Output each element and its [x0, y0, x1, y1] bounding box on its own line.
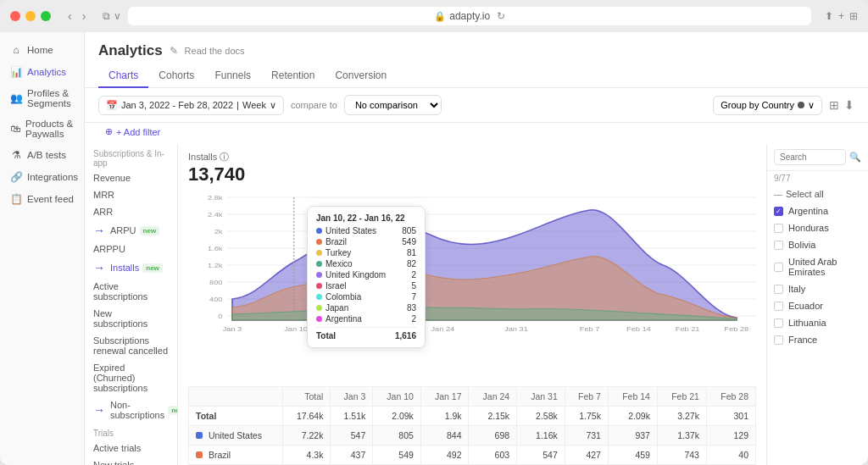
country-search-input[interactable]	[774, 149, 846, 165]
metric-revenue-label: Revenue	[93, 173, 131, 183]
products-icon: 🛍	[10, 123, 20, 135]
us-color-dot	[196, 432, 203, 439]
tooltip-country-uk: United Kingdom	[326, 270, 386, 280]
metric-arpu[interactable]: → ARPU new	[85, 220, 177, 241]
close-button[interactable]	[10, 11, 20, 21]
analytics-icon: 📊	[10, 66, 22, 78]
metric-arppu-label: ARPPU	[93, 244, 125, 254]
tab-funnels[interactable]: Funnels	[204, 64, 261, 88]
lock-icon: 🔒	[434, 11, 446, 22]
metric-non-subs[interactable]: → Non-subscriptions new	[85, 396, 177, 423]
country-item-ecuador[interactable]: Ecuador	[767, 297, 868, 314]
metric-active-subs-label: Active subscriptions	[93, 281, 169, 302]
table-cell-br-jan3: 437	[331, 446, 373, 465]
metric-mrr-label: MRR	[93, 190, 114, 200]
bolivia-checkbox[interactable]	[774, 241, 783, 250]
svg-text:1.2k: 1.2k	[208, 262, 223, 269]
browser-nav: ‹ ›	[64, 8, 89, 25]
lithuania-checkbox[interactable]	[774, 318, 783, 328]
country-item-france[interactable]: France	[767, 331, 868, 348]
toolbar: 📅 Jan 3, 2022 - Feb 28, 2022 | Week ∨ co…	[85, 88, 868, 123]
table-cell-us-jan17: 844	[420, 426, 469, 446]
table-cell-br-total: 4.3k	[282, 446, 331, 465]
metric-new-trials[interactable]: New trials	[85, 457, 177, 465]
uae-checkbox[interactable]	[774, 263, 783, 272]
tooltip-value-jp: 83	[407, 303, 416, 313]
country-item-bolivia[interactable]: Bolivia	[767, 236, 868, 253]
metrics-panel: Subscriptions & In-app Revenue MRR ARR →…	[85, 144, 178, 465]
grid-icon[interactable]: ⊞	[849, 10, 858, 22]
minimize-button[interactable]	[25, 11, 36, 21]
tooltip-row-br: Brazil 549	[316, 237, 416, 246]
group-by-button[interactable]: Group by Country ∨	[713, 96, 822, 115]
metric-installs[interactable]: → Installs new	[85, 257, 177, 278]
metric-arppu[interactable]: ARPPU	[85, 241, 177, 257]
docs-link[interactable]: Read the docs	[185, 46, 245, 56]
france-checkbox[interactable]	[774, 335, 783, 345]
ecuador-checkbox[interactable]	[774, 302, 783, 311]
svg-text:0: 0	[218, 313, 222, 320]
country-item-lithuania[interactable]: Lithuania	[767, 314, 868, 331]
metric-installs-label: Installs	[110, 263, 139, 273]
argentina-check-icon: ✓	[775, 208, 782, 215]
tooltip-country-ar: Argentina	[326, 314, 362, 324]
tooltip-total-label: Total	[316, 331, 336, 340]
sidebar-item-products[interactable]: 🛍 Products & Paywalls	[0, 113, 84, 144]
back-button[interactable]: ‹	[64, 8, 75, 25]
tab-retention[interactable]: Retention	[261, 64, 325, 88]
metric-active-trials-label: Active trials	[93, 443, 141, 453]
tooltip-value-tr: 81	[407, 248, 416, 257]
tooltip-dot-ar	[316, 316, 322, 322]
tooltip-dot-jp	[316, 305, 322, 311]
chevron-down-icon: ∨	[270, 100, 276, 111]
date-range-button[interactable]: 📅 Jan 3, 2022 - Feb 28, 2022 | Week ∨	[98, 96, 284, 115]
sidebar-item-home[interactable]: ⌂ Home	[0, 39, 84, 61]
sidebar-item-analytics[interactable]: 📊 Analytics	[0, 61, 84, 83]
metric-revenue[interactable]: Revenue	[85, 169, 177, 186]
metric-new-trials-label: New trials	[93, 460, 134, 465]
tooltip-row-co: Colombia 7	[316, 292, 416, 302]
tab-cohorts[interactable]: Cohorts	[148, 64, 204, 88]
compare-select[interactable]: No comparison Previous period Previous y…	[344, 95, 442, 115]
metric-mrr[interactable]: MRR	[85, 186, 177, 203]
metric-expired-subs[interactable]: Expired (Churned) subscriptions	[85, 359, 177, 396]
metric-active-trials[interactable]: Active trials	[85, 440, 177, 457]
maximize-button[interactable]	[41, 11, 51, 21]
metric-active-subs[interactable]: Active subscriptions	[85, 278, 177, 305]
tooltip-value-us: 805	[402, 226, 416, 235]
tab-charts[interactable]: Charts	[98, 64, 148, 88]
italy-checkbox[interactable]	[774, 285, 783, 294]
country-item-italy[interactable]: Italy	[767, 280, 868, 297]
tooltip-row-tr: Turkey 81	[316, 248, 416, 257]
country-item-uae[interactable]: United Arab Emirates	[767, 253, 868, 280]
sidebar-item-ab-tests[interactable]: ⚗ A/B tests	[0, 144, 84, 166]
country-item-honduras[interactable]: Honduras	[767, 219, 868, 236]
forward-button[interactable]: ›	[79, 8, 90, 25]
share-icon[interactable]: ⬆	[825, 10, 833, 22]
tooltip-total: Total 1,616	[316, 327, 416, 340]
sidebar-item-profiles[interactable]: 👥 Profiles & Segments	[0, 83, 84, 113]
sidebar-item-integrations[interactable]: 🔗 Integrations	[0, 166, 84, 188]
metric-expired-subs-label: Expired (Churned) subscriptions	[93, 363, 169, 393]
download-icon[interactable]: ⬇	[844, 98, 854, 112]
add-filter-button[interactable]: ⊕ + Add filter	[98, 123, 167, 141]
chart-metric-title: Installs ⓘ	[188, 151, 756, 163]
argentina-checkbox[interactable]: ✓	[774, 207, 783, 216]
table-cell-us-jan24: 698	[469, 426, 517, 446]
new-tab-icon[interactable]: +	[838, 10, 844, 22]
calendar-icon: 📅	[106, 100, 118, 111]
honduras-checkbox[interactable]	[774, 224, 783, 233]
tab-conversion[interactable]: Conversion	[325, 64, 397, 88]
group-dot	[798, 102, 804, 108]
table-cell-total-jan31: 2.58k	[517, 407, 565, 426]
country-label-ecuador: Ecuador	[788, 301, 823, 311]
metric-subs-renewal[interactable]: Subscriptions renewal cancelled	[85, 332, 177, 359]
metric-arr[interactable]: ARR	[85, 203, 177, 220]
sidebar-item-event-feed[interactable]: 📋 Event feed	[0, 188, 84, 210]
country-label-lithuania: Lithuania	[788, 318, 826, 328]
address-bar[interactable]: 🔒 adapty.io ↻	[128, 7, 811, 25]
country-item-argentina[interactable]: ✓ Argentina	[767, 202, 868, 219]
select-all-button[interactable]: — Select all	[767, 185, 868, 202]
view-icon[interactable]: ⊞	[829, 98, 839, 112]
metric-new-subs[interactable]: New subscriptions	[85, 305, 177, 332]
